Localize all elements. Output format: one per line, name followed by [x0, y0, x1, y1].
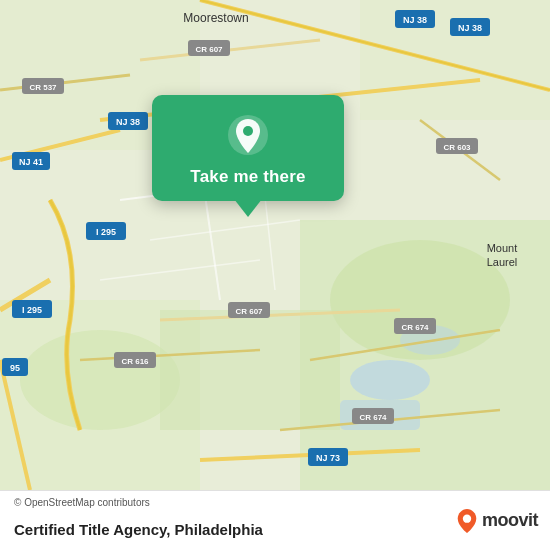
location-pin-icon — [226, 113, 270, 157]
svg-point-6 — [350, 360, 430, 400]
svg-text:I 295: I 295 — [22, 305, 42, 315]
svg-text:NJ 41: NJ 41 — [19, 157, 43, 167]
svg-text:CR 674: CR 674 — [359, 413, 387, 422]
svg-text:NJ 38: NJ 38 — [458, 23, 482, 33]
moovit-brand-text: moovit — [482, 510, 538, 531]
svg-text:CR 603: CR 603 — [443, 143, 471, 152]
svg-text:NJ 38: NJ 38 — [403, 15, 427, 25]
svg-rect-5 — [160, 310, 340, 430]
svg-text:CR 616: CR 616 — [121, 357, 149, 366]
svg-point-65 — [463, 514, 471, 522]
svg-text:I 295: I 295 — [96, 227, 116, 237]
svg-text:CR 537: CR 537 — [29, 83, 57, 92]
svg-text:Mount: Mount — [487, 242, 518, 254]
svg-text:Laurel: Laurel — [487, 256, 518, 268]
map-container: NJ 38 NJ 38 NJ 38 NJ 41 CR 537 CR 607 CR… — [0, 0, 550, 490]
svg-text:NJ 73: NJ 73 — [316, 453, 340, 463]
svg-text:CR 607: CR 607 — [235, 307, 263, 316]
moovit-pin-icon — [456, 508, 478, 534]
copyright-text: © OpenStreetMap contributors — [14, 497, 150, 508]
svg-text:NJ 38: NJ 38 — [116, 117, 140, 127]
svg-text:Moorestown: Moorestown — [183, 11, 248, 25]
svg-text:95: 95 — [10, 363, 20, 373]
bottom-bar: © OpenStreetMap contributors Certified T… — [0, 490, 550, 550]
svg-text:CR 607: CR 607 — [195, 45, 223, 54]
svg-point-4 — [20, 330, 180, 430]
svg-text:CR 674: CR 674 — [401, 323, 429, 332]
popup-card: Take me there — [152, 95, 344, 201]
take-me-there-button[interactable]: Take me there — [190, 167, 305, 187]
moovit-logo: moovit — [456, 508, 538, 534]
svg-point-64 — [243, 126, 253, 136]
